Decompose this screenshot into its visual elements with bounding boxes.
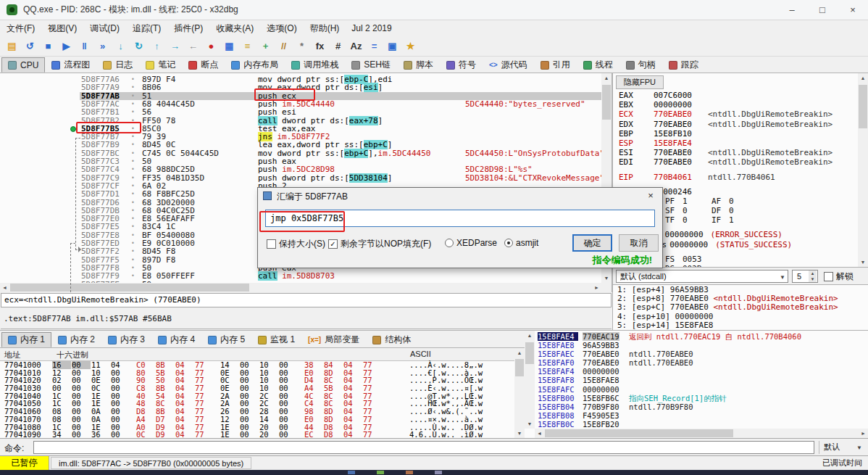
patch-icon[interactable]: + xyxy=(257,38,274,54)
comment-icon[interactable]: // xyxy=(275,38,292,54)
argument-row[interactable]: 5: [esp+14] 15E8FAE8 xyxy=(617,321,868,330)
scroll-thumb[interactable] xyxy=(859,85,867,128)
menu-item-2[interactable]: 调试(D) xyxy=(83,21,126,36)
scroll-down-icon[interactable]: ▼ xyxy=(525,419,535,429)
menu-item-5[interactable]: 收藏夹(A) xyxy=(209,21,260,36)
stack-row[interactable]: 15E8FAE4770EAC19返回到 ntdll.770EAC19 自 ntd… xyxy=(536,332,868,341)
tab-script[interactable]: 脚本 xyxy=(397,57,440,73)
taskbar-icon[interactable] xyxy=(435,471,442,474)
taskbar-icon[interactable] xyxy=(377,471,384,474)
open-file-icon[interactable]: ▤ xyxy=(4,38,20,54)
command-profile-dropdown[interactable]: 默认 ▼ xyxy=(819,441,865,454)
tab-dump-4[interactable]: 内存 4 xyxy=(151,332,201,347)
command-input[interactable] xyxy=(33,441,814,454)
pause-icon[interactable]: ‖ xyxy=(76,38,93,54)
hide-fpu-button[interactable]: 隐藏FPU xyxy=(616,75,664,89)
step-over-icon[interactable]: ↻ xyxy=(130,38,147,54)
tab-struct[interactable]: 结构体 xyxy=(366,332,417,347)
stack-row[interactable]: 15E8FAFC00000000 xyxy=(536,385,868,394)
register-row[interactable]: ESI770EABE0<ntdll.DbgUiRemoteBreakin> xyxy=(619,148,856,157)
stack-pane[interactable]: ▲ ▼ 15E8FAE4770EAC19返回到 ntdll.770EAC19 自… xyxy=(525,330,868,438)
register-row[interactable]: EDI770EABE0<ntdll.DbgUiRemoteBreakin> xyxy=(619,157,856,167)
dialog-title-bar[interactable]: 汇编于 5D8F77AB × xyxy=(258,188,662,204)
scroll-down-icon[interactable]: ▼ xyxy=(514,429,525,438)
nop-fill-checkbox[interactable]: ✓ 剩余字节以NOP填充(F) xyxy=(328,238,431,250)
scroll-down-icon[interactable]: ▼ xyxy=(858,257,868,267)
arg-count-spinner[interactable]: 5 ▲▼ xyxy=(792,270,818,283)
scroll-left-icon[interactable]: ◄ xyxy=(0,283,9,292)
xedparse-radio[interactable]: XEDParse xyxy=(445,238,497,248)
minimize-button[interactable]: – xyxy=(777,0,807,20)
calculator-icon[interactable]: = xyxy=(366,38,383,54)
dump-pane[interactable]: 内存 1内存 2内存 3内存 4内存 5监视 1[x=]局部变量结构体 地址 十… xyxy=(0,330,525,438)
step-out-icon[interactable]: ↑ xyxy=(149,38,165,54)
calling-convention-select[interactable]: 默认 (stdcall) ▼ xyxy=(616,270,788,283)
maximize-button[interactable]: □ xyxy=(807,0,838,20)
favourites-icon[interactable]: ★ xyxy=(402,38,419,54)
dump-row[interactable]: 77041090340036000CD904771E002000ECD80477… xyxy=(0,431,514,438)
tab-locals[interactable]: [x=]局部变量 xyxy=(301,332,366,347)
scroll-up-icon[interactable]: ▲ xyxy=(525,331,535,340)
hash-icon[interactable]: # xyxy=(330,38,346,54)
tab-handles[interactable]: 句柄 xyxy=(619,57,662,73)
stack-row[interactable]: 15E8FAE896A59BB3 xyxy=(536,341,868,350)
asmjit-radio[interactable]: asmjit xyxy=(504,238,538,248)
cancel-button[interactable]: 取消 xyxy=(619,234,659,252)
scroll-down-icon[interactable]: ▼ xyxy=(601,273,612,283)
breakpoint-dot-icon[interactable] xyxy=(70,126,76,132)
dump-row[interactable]: 7704107008000A00A4D7047712001400E08D0477… xyxy=(0,416,514,424)
stack-row[interactable]: 15E8FB04770B9F80ntdll.770B9F80 xyxy=(536,402,868,411)
stack-row[interactable]: 15E8FAEC770EABE0ntdll.770EABE0 xyxy=(536,350,868,358)
scroll-up-icon[interactable]: ▲ xyxy=(858,73,868,83)
tab-breakpoints[interactable]: 断点 xyxy=(182,57,225,73)
tab-log[interactable]: 日志 xyxy=(96,57,139,73)
register-row[interactable]: EBX00000000 xyxy=(619,100,856,110)
window-icon[interactable]: ▣ xyxy=(384,38,401,54)
tab-call-stack[interactable]: 调用堆栈 xyxy=(285,57,345,73)
register-row[interactable]: EIP770B4061ntdll.770B4061 xyxy=(619,173,856,182)
taskbar-icon[interactable] xyxy=(348,471,355,474)
menu-item-3[interactable]: 追踪(T) xyxy=(126,21,167,36)
tab-dump-5[interactable]: 内存 5 xyxy=(201,332,251,347)
tab-source[interactable]: <>源代码 xyxy=(483,57,534,73)
tab-seh[interactable]: SEH链 xyxy=(345,57,397,73)
restart-icon[interactable]: ↺ xyxy=(22,38,38,54)
scroll-up-icon[interactable]: ▲ xyxy=(601,73,612,83)
tab-dump-3[interactable]: 内存 3 xyxy=(101,332,151,347)
scroll-thumb[interactable] xyxy=(545,429,733,437)
tab-watch-1[interactable]: 监视 1 xyxy=(251,332,301,347)
stack-row[interactable]: 15E8FB08F45905E3 xyxy=(536,411,868,420)
disasm-horizontal-scrollbar[interactable]: ◄ ► xyxy=(0,283,601,292)
tab-symbols[interactable]: 符号 xyxy=(440,57,483,73)
unlock-checkbox[interactable]: 解锁 xyxy=(824,270,854,283)
stack-scrollbar[interactable]: ▲ ▼ xyxy=(525,331,535,429)
scroll-thumb[interactable] xyxy=(525,342,534,364)
register-row[interactable]: EDX770EABE0<ntdll.DbgUiRemoteBreakin> xyxy=(619,120,856,129)
register-row[interactable]: EAX007C6000 xyxy=(619,91,856,100)
scroll-thumb[interactable] xyxy=(10,284,249,292)
tab-dump-2[interactable]: 内存 2 xyxy=(51,332,101,347)
tab-graph[interactable]: 流程图 xyxy=(45,57,96,73)
disasm-row[interactable]: 5D8F77F9•E8 050FFEFFcall im.5D8D8703 xyxy=(0,272,601,280)
run-icon[interactable]: ▶ xyxy=(58,38,75,54)
menu-item-1[interactable]: 视图(V) xyxy=(41,21,83,36)
run-to-user-icon[interactable]: » xyxy=(94,38,111,54)
settings-icon[interactable]: * xyxy=(293,38,310,54)
menu-item-6[interactable]: 选项(O) xyxy=(260,21,303,36)
dialog-close-button[interactable]: × xyxy=(639,188,662,204)
stack-row[interactable]: 15E8FAF815E8FAE8 xyxy=(536,376,868,384)
memory-map-icon[interactable]: ▦ xyxy=(221,38,238,54)
tab-notes[interactable]: 笔记 xyxy=(139,57,182,73)
scroll-up-icon[interactable]: ▲ xyxy=(514,348,525,358)
fx-icon[interactable]: fx xyxy=(312,38,328,54)
register-row[interactable]: EBP15E8FB10 xyxy=(619,129,856,139)
register-row[interactable]: ECX770EABE0<ntdll.DbgUiRemoteBreakin> xyxy=(619,110,856,119)
register-row[interactable]: ESP15E8FAE4 xyxy=(619,139,856,148)
keep-size-checkbox[interactable]: 保持大小(S) xyxy=(267,238,325,250)
stack-horizontal-scrollbar[interactable]: ◄ ► xyxy=(535,429,868,438)
log-icon[interactable]: ≡ xyxy=(239,38,256,54)
tab-dump-1[interactable]: 内存 1 xyxy=(1,332,51,347)
breakpoint-icon[interactable]: ● xyxy=(203,38,220,54)
close-button[interactable]: × xyxy=(838,0,868,20)
tab-cpu[interactable]: CPU xyxy=(1,57,45,73)
